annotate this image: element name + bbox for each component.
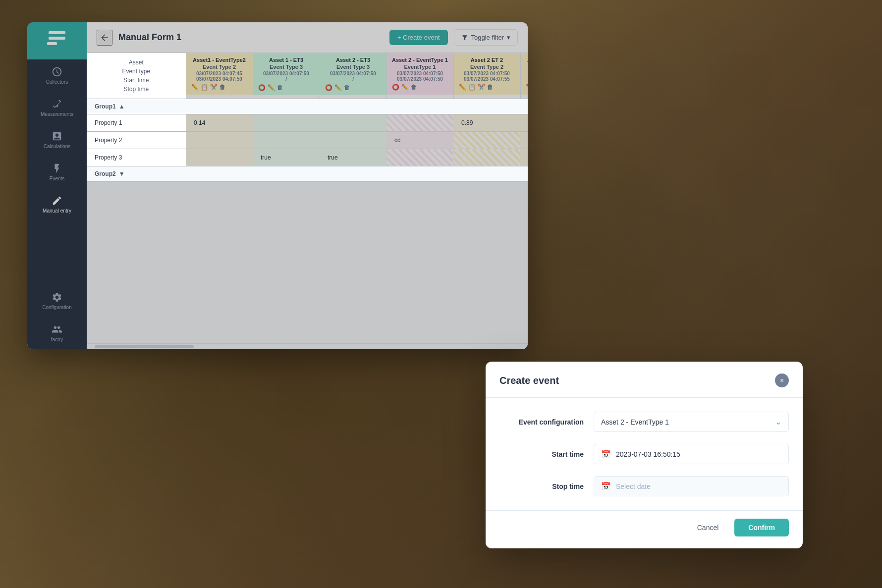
calendar-icon-stop: 📅	[601, 481, 611, 491]
event-config-row: Event configuration Asset 2 - EventType …	[499, 412, 789, 432]
group1-cell: Group1 ▲	[87, 99, 528, 114]
header-start-time: Start time	[95, 76, 178, 85]
modal-body: Event configuration Asset 2 - EventType …	[486, 398, 803, 510]
header-asset: Asset	[95, 58, 178, 67]
group2-row: Group2 ▼	[87, 166, 528, 182]
stop-time-row: Stop time 📅 Select date	[499, 476, 789, 496]
modal-footer: Cancel Confirm	[486, 510, 803, 548]
stop-time-input[interactable]: 📅 Select date	[594, 476, 789, 496]
group1-text: Group1	[95, 103, 116, 110]
group2-cell: Group2 ▼	[87, 166, 528, 182]
fixed-header-col: Asset Event type Start time Stop time	[87, 53, 186, 99]
event-config-control: Asset 2 - EventType 1 ⌄	[594, 412, 789, 432]
start-time-control: 📅 2023-07-03 16:50:15	[594, 444, 789, 464]
group1-chevron-icon[interactable]: ▲	[119, 103, 125, 110]
stop-time-control: 📅 Select date	[594, 476, 789, 496]
event-config-value: Asset 2 - EventType 1	[601, 418, 669, 426]
header-fixed: Asset Event type Start time Stop time	[87, 53, 186, 99]
close-icon: ×	[780, 376, 784, 384]
modal-close-button[interactable]: ×	[775, 374, 789, 387]
property-2-label: Property 2	[87, 132, 186, 149]
stop-time-placeholder: Select date	[616, 482, 651, 490]
start-time-label: Start time	[499, 450, 584, 458]
header-stop-time: Stop time	[95, 85, 178, 94]
select-chevron-icon: ⌄	[775, 417, 781, 427]
modal-header: Create event ×	[486, 362, 803, 398]
event-config-label: Event configuration	[499, 418, 584, 426]
event-config-select[interactable]: Asset 2 - EventType 1 ⌄	[594, 412, 789, 432]
calendar-icon-start: 📅	[601, 449, 611, 459]
group2-text: Group2	[95, 170, 116, 177]
create-event-modal: Create event × Event configuration Asset…	[486, 362, 803, 548]
group1-label: Group1 ▲	[95, 103, 528, 110]
group2-chevron-icon[interactable]: ▼	[119, 170, 125, 177]
group2-label: Group2 ▼	[95, 170, 528, 177]
start-time-input[interactable]: 📅 2023-07-03 16:50:15	[594, 444, 789, 464]
confirm-button[interactable]: Confirm	[734, 519, 789, 536]
property-3-label: Property 3	[87, 149, 186, 166]
group1-row: Group1 ▲	[87, 99, 528, 114]
start-time-row: Start time 📅 2023-07-03 16:50:15	[499, 444, 789, 464]
modal-title: Create event	[499, 375, 559, 386]
header-event-type: Event type	[95, 67, 178, 76]
cancel-button[interactable]: Cancel	[687, 519, 729, 536]
start-time-value: 2023-07-03 16:50:15	[616, 450, 680, 458]
stop-time-label: Stop time	[499, 482, 584, 490]
property-1-label: Property 1	[87, 114, 186, 132]
